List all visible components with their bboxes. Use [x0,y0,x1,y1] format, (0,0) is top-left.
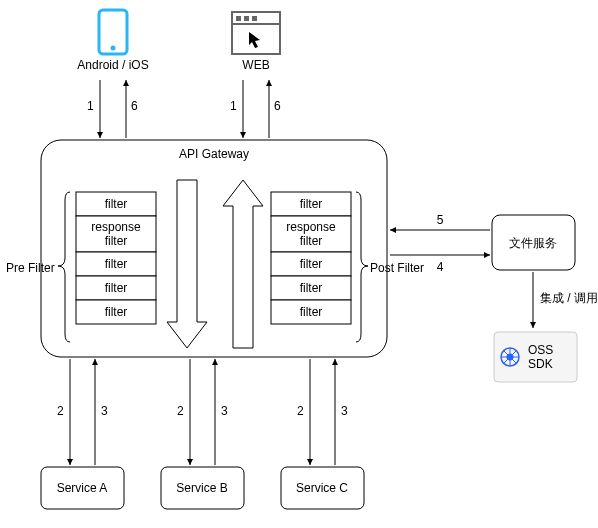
post-filter-stack: filterresponsefilterfilterfilterfilter [271,192,351,324]
pre-filter-stack: filterresponsefilterfilterfilterfilter [76,192,156,324]
edge-file-down: 4 [437,260,444,274]
cloud-icon [501,348,519,366]
edge-svc-up: 3 [101,404,108,418]
oss-line1: OSS [528,343,553,357]
service-b-label: Service B [176,481,227,495]
svg-rect-4 [236,16,241,21]
edge-svc-up: 3 [221,404,228,418]
edge-svc-up: 3 [341,404,348,418]
filter-cell-label: response [286,220,336,234]
svg-point-1 [111,46,116,51]
web-icon [232,12,280,54]
filter-cell-label: filter [300,257,323,271]
edge-svc-down: 2 [57,404,64,418]
filter-cell-label: filter [105,257,128,271]
edge-file-up: 5 [437,213,444,227]
edge-mobile-down: 1 [87,99,94,113]
service-c-label: Service C [296,481,348,495]
filter-cell-label: response [91,220,141,234]
filter-cell-label: filter [300,281,323,295]
integrate-label: 集成 / 调用 [540,291,598,305]
filter-cell-label: filter [105,305,128,319]
edge-svc-down: 2 [177,404,184,418]
oss-line2: SDK [528,357,553,371]
edge-web-up: 6 [274,99,281,113]
filter-cell-label: filter [105,197,128,211]
edge-mobile-up: 6 [131,99,138,113]
mobile-label: Android / iOS [77,58,148,72]
api-gateway-title: API Gateway [179,147,249,161]
web-label: WEB [242,58,269,72]
filter-cell-label: filter [300,234,323,248]
mobile-icon [99,10,127,54]
service-a-label: Service A [57,481,108,495]
pre-filter-label: Pre Filter [6,261,55,275]
edge-svc-down: 2 [297,404,304,418]
svg-rect-6 [252,16,257,21]
filter-cell-label: filter [300,197,323,211]
post-filter-label: Post Filter [370,261,424,275]
filter-cell-label: filter [105,234,128,248]
file-service-title: 文件服务 [509,236,557,250]
svg-rect-5 [244,16,249,21]
filter-cell-label: filter [300,305,323,319]
filter-cell-label: filter [105,281,128,295]
edge-web-down: 1 [230,99,237,113]
